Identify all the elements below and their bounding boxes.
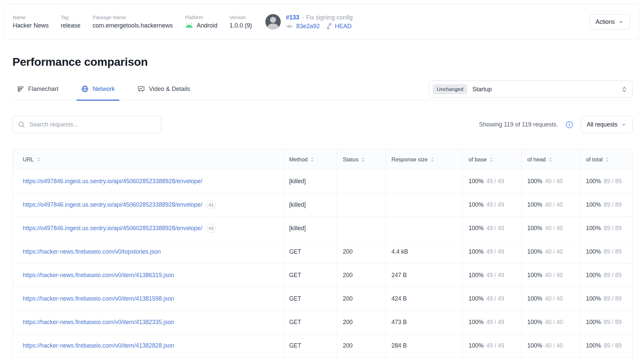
column-header-status[interactable]: Status — [337, 149, 385, 169]
page-title: Performance comparison — [12, 55, 644, 68]
fraction-value: 49 / 49 — [486, 178, 504, 185]
globe-icon — [81, 85, 89, 93]
percent-value: 100% — [586, 342, 601, 349]
column-header-url[interactable]: URL — [13, 149, 283, 169]
tab-network-label: Network — [93, 86, 115, 93]
table-header-row: URL Method Status Response size of base … — [13, 149, 632, 169]
column-header-of-total[interactable]: of total — [580, 149, 632, 169]
unchanged-badge: Unchanged — [433, 84, 467, 94]
field-name: Name Hacker News — [13, 15, 49, 29]
pr-number-link[interactable]: #133 — [286, 14, 299, 21]
comparison-select-value: Startup — [472, 86, 622, 93]
method-cell: GET — [283, 240, 337, 263]
flamechart-icon — [17, 86, 24, 93]
request-url-link[interactable]: https://hacker-news.firebaseio.com/v0/it… — [23, 295, 174, 302]
response-size-cell — [385, 193, 463, 216]
info-icon[interactable] — [566, 121, 573, 128]
field-platform-value: Android — [185, 22, 217, 29]
sort-icon — [490, 157, 493, 162]
method-cell: GET — [283, 264, 337, 287]
field-package-name-value: com.emergetools.hackernews — [93, 22, 173, 29]
field-name-label: Name — [13, 15, 49, 20]
url-cell: https://hacker-news.firebaseio.com/v0/it… — [13, 311, 283, 334]
percent-value: 100% — [527, 319, 542, 326]
response-size-cell: 424 B — [385, 287, 463, 310]
tab-list: Flamechart Network Video & — [12, 81, 195, 100]
percent-value: 100% — [527, 295, 542, 302]
response-size-cell: 247 B — [385, 264, 463, 287]
comparison-mode-select[interactable]: Unchanged Startup — [429, 81, 633, 98]
fraction-value: 40 / 40 — [545, 319, 563, 326]
of-base-cell: 100%49 / 49 — [463, 311, 521, 334]
percent-value: 100% — [527, 178, 542, 185]
field-platform-label: Platform — [185, 15, 217, 20]
of-base-cell: 100%49 / 49 — [463, 217, 521, 240]
request-url-link[interactable]: https://hacker-news.firebaseio.com/v0/it… — [23, 342, 174, 349]
actions-button[interactable]: Actions — [589, 14, 630, 30]
android-icon — [185, 23, 194, 29]
fraction-value: 40 / 40 — [545, 295, 563, 302]
of-total-cell: 100%89 / 89 — [580, 193, 632, 216]
platform-text: Android — [197, 22, 217, 29]
status-cell: 200 — [337, 240, 385, 263]
url-cell: https://hacker-news.firebaseio.com/v0/it… — [13, 287, 283, 310]
actions-button-label: Actions — [596, 18, 615, 25]
request-url-link[interactable]: https://hacker-news.firebaseio.com/v0/to… — [23, 248, 161, 255]
request-filter-button[interactable]: All requests — [581, 116, 633, 133]
table-row-partial — [13, 357, 632, 361]
percent-value: 100% — [527, 201, 542, 208]
field-version-label: Version — [229, 15, 252, 20]
percent-value: 100% — [586, 225, 601, 232]
percent-value: 100% — [469, 319, 484, 326]
sort-icon — [606, 157, 609, 162]
of-head-cell: 100%40 / 40 — [521, 264, 580, 287]
commit-sha-link[interactable]: 83e2a92 — [296, 23, 320, 30]
tab-video-details[interactable]: Video & Details — [133, 85, 195, 100]
table-row: https://hacker-news.firebaseio.com/v0/it… — [13, 310, 632, 334]
search-icon — [18, 121, 25, 128]
tab-network[interactable]: Network — [76, 85, 119, 100]
head-ref-link[interactable]: HEAD — [335, 23, 352, 30]
column-header-method[interactable]: Method — [283, 149, 337, 169]
request-url-link[interactable]: https://o497846.ingest.us.sentry.io/api/… — [23, 225, 202, 232]
request-url-link[interactable]: https://o497846.ingest.us.sentry.io/api/… — [23, 201, 202, 208]
fraction-value: 40 / 40 — [545, 225, 563, 232]
pull-request-block: #133 - Fix signing config 83e2a92 — [265, 14, 353, 30]
table-row: https://hacker-news.firebaseio.com/v0/it… — [13, 287, 632, 310]
field-version: Version 1.0.0 (9) — [229, 15, 252, 29]
search-input[interactable] — [29, 121, 156, 128]
sort-icon — [37, 157, 40, 162]
url-cell: https://o497846.ingest.us.sentry.io/api/… — [13, 170, 283, 193]
url-cell: https://o497846.ingest.us.sentry.io/api/… — [13, 217, 283, 240]
of-base-cell: 100%49 / 49 — [463, 264, 521, 287]
percent-value: 100% — [586, 248, 601, 255]
fraction-value: 89 / 89 — [604, 248, 622, 255]
request-url-link[interactable]: https://hacker-news.firebaseio.com/v0/it… — [23, 319, 174, 326]
column-header-response-size[interactable]: Response size — [385, 149, 463, 169]
request-url-link[interactable]: https://hacker-news.firebaseio.com/v0/it… — [23, 272, 174, 279]
status-cell: 200 — [337, 264, 385, 287]
percent-value: 100% — [469, 342, 484, 349]
of-total-cell: 100%89 / 89 — [580, 311, 632, 334]
fraction-value: 49 / 49 — [486, 225, 504, 232]
field-name-value: Hacker News — [13, 22, 49, 29]
table-row: https://o497846.ingest.us.sentry.io/api/… — [13, 169, 632, 193]
column-header-of-base[interactable]: of base — [463, 149, 521, 169]
of-total-cell: 100%89 / 89 — [580, 240, 632, 263]
fraction-value: 89 / 89 — [604, 342, 622, 349]
git-branch-icon — [327, 23, 332, 30]
tab-flamechart[interactable]: Flamechart — [12, 85, 63, 100]
method-cell: GET — [283, 287, 337, 310]
percent-value: 100% — [469, 225, 484, 232]
sort-icon — [311, 157, 314, 162]
of-head-cell: 100%40 / 40 — [521, 193, 580, 216]
percent-value: 100% — [586, 272, 601, 279]
status-cell — [337, 193, 385, 216]
field-version-value: 1.0.0 (9) — [229, 22, 252, 29]
search-box[interactable] — [12, 116, 161, 133]
field-platform: Platform Android — [185, 15, 217, 29]
method-cell: [killed] — [283, 193, 337, 216]
column-header-of-head[interactable]: of head — [521, 149, 580, 169]
request-url-link[interactable]: https://o497846.ingest.us.sentry.io/api/… — [23, 178, 202, 185]
percent-value: 100% — [586, 295, 601, 302]
